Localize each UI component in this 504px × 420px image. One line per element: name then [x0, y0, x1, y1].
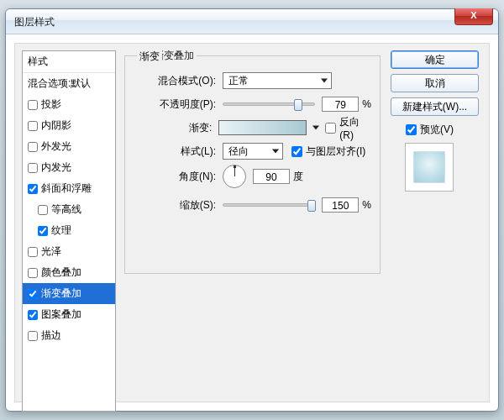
scale-label: 缩放(S):	[140, 198, 216, 213]
style-select[interactable]: 径向	[223, 143, 283, 160]
titlebar[interactable]: 图层样式 X	[6, 9, 498, 34]
preview-checkbox-wrap[interactable]: 预览(V)	[406, 123, 454, 137]
opacity-value[interactable]: 79	[322, 97, 359, 112]
frame-title: 渐变	[137, 50, 162, 64]
chevron-down-icon	[272, 150, 279, 154]
chevron-down-icon[interactable]	[312, 126, 319, 130]
blend-options-row[interactable]: 混合选项:默认	[23, 73, 115, 94]
style-list-header: 样式	[23, 51, 115, 73]
color-overlay-checkbox[interactable]	[28, 268, 38, 278]
preview-swatch-inner	[413, 151, 445, 183]
style-row-inner-glow[interactable]: 内发光	[23, 157, 115, 178]
style-row-stroke[interactable]: 描边	[23, 325, 115, 346]
angle-dial[interactable]	[223, 165, 246, 188]
opacity-thumb[interactable]	[294, 99, 302, 111]
gradient-overlay-panel: 渐变叠加 渐变 混合模式(O): 正常 不透明度(P): 79 % 渐变:	[124, 49, 381, 413]
contour-checkbox[interactable]	[38, 205, 48, 215]
angle-value[interactable]: 90	[253, 169, 290, 184]
style-row-pattern-overlay[interactable]: 图案叠加	[23, 304, 115, 325]
panel-frame: 渐变 混合模式(O): 正常 不透明度(P): 79 % 渐变:	[124, 55, 381, 274]
blend-options-label: 混合选项:默认	[28, 76, 91, 91]
angle-hand	[234, 167, 235, 176]
style-row-satin[interactable]: 光泽	[23, 241, 115, 262]
gradient-label: 渐变:	[140, 121, 212, 135]
style-row-bevel-emboss[interactable]: 斜面和浮雕	[23, 178, 115, 199]
angle-label: 角度(N):	[140, 170, 216, 184]
layer-style-dialog: 图层样式 X 样式 混合选项:默认 投影 内阴影 外发光 内发光 斜面和浮雕 等…	[5, 8, 499, 412]
satin-checkbox[interactable]	[28, 247, 38, 257]
gradient-overlay-checkbox[interactable]	[28, 289, 38, 299]
preview-checkbox[interactable]	[406, 124, 417, 135]
style-row-outer-glow[interactable]: 外发光	[23, 136, 115, 157]
style-row-gradient-overlay[interactable]: 渐变叠加	[23, 283, 115, 304]
texture-checkbox[interactable]	[38, 226, 48, 236]
inner-shadow-checkbox[interactable]	[28, 121, 38, 131]
preview-swatch	[405, 143, 454, 192]
new-style-button[interactable]: 新建样式(W)...	[391, 97, 479, 116]
close-button[interactable]: X	[454, 8, 493, 25]
style-label: 样式(L):	[140, 144, 216, 159]
scale-thumb[interactable]	[307, 200, 316, 212]
pattern-overlay-checkbox[interactable]	[28, 310, 38, 320]
scale-value[interactable]: 150	[322, 197, 359, 213]
opacity-slider[interactable]	[223, 102, 315, 106]
outer-glow-checkbox[interactable]	[28, 142, 38, 152]
stroke-checkbox[interactable]	[28, 331, 38, 341]
reverse-checkbox-wrap[interactable]: 反向(R)	[325, 115, 371, 141]
style-row-contour[interactable]: 等高线	[23, 199, 115, 220]
blend-mode-label: 混合模式(O):	[140, 74, 216, 88]
align-checkbox[interactable]	[291, 146, 302, 157]
scale-slider[interactable]	[223, 203, 315, 207]
opacity-label: 不透明度(P):	[140, 97, 216, 112]
ok-button[interactable]: 确定	[391, 50, 479, 69]
window-title: 图层样式	[14, 15, 55, 29]
bevel-emboss-checkbox[interactable]	[28, 184, 38, 194]
style-row-color-overlay[interactable]: 颜色叠加	[23, 262, 115, 283]
dialog-content: 样式 混合选项:默认 投影 内阴影 外发光 内发光 斜面和浮雕 等高线 纹理 光…	[14, 43, 490, 402]
blend-mode-select[interactable]: 正常	[223, 72, 332, 89]
cancel-button[interactable]: 取消	[391, 74, 479, 92]
style-row-inner-shadow[interactable]: 内阴影	[23, 115, 115, 136]
inner-glow-checkbox[interactable]	[28, 163, 38, 173]
chevron-down-icon	[321, 79, 328, 83]
align-checkbox-wrap[interactable]: 与图层对齐(I)	[291, 144, 365, 159]
style-list: 样式 混合选项:默认 投影 内阴影 外发光 内发光 斜面和浮雕 等高线 纹理 光…	[22, 50, 116, 412]
reverse-checkbox[interactable]	[325, 123, 336, 134]
style-row-texture[interactable]: 纹理	[23, 220, 115, 241]
drop-shadow-checkbox[interactable]	[28, 100, 38, 110]
gradient-swatch[interactable]	[218, 120, 306, 135]
style-row-drop-shadow[interactable]: 投影	[23, 94, 115, 115]
